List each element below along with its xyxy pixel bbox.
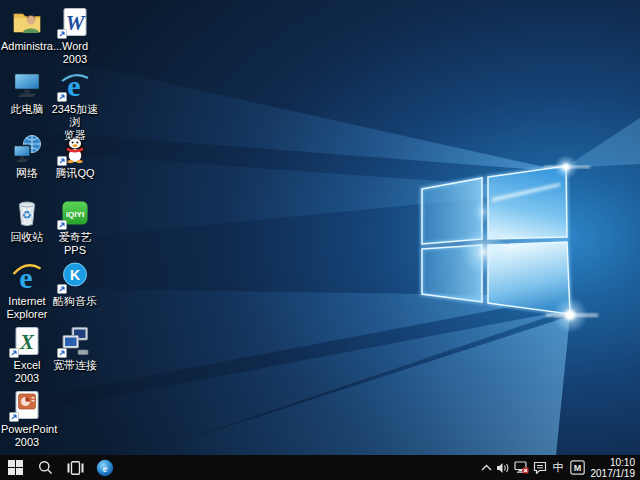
desktop: Administra... W Word 2003 bbox=[0, 0, 640, 455]
speaker-icon bbox=[496, 462, 510, 474]
user-folder-icon bbox=[11, 6, 43, 38]
taskbar-browser-button[interactable]: e bbox=[90, 455, 120, 480]
powerpoint-icon bbox=[11, 389, 43, 421]
ime-badge-icon: M bbox=[570, 460, 585, 475]
svg-text:X: X bbox=[19, 330, 35, 354]
system-tray: 中 M 10:10 2017/1/19 bbox=[479, 455, 640, 480]
desktop-icon-label: Internet Explorer bbox=[7, 295, 48, 321]
chevron-up-icon bbox=[481, 464, 492, 471]
start-button[interactable] bbox=[0, 455, 30, 480]
desktop-icon-excel-2003[interactable]: X Excel 2003 bbox=[3, 325, 51, 385]
desktop-icon-powerpoint-2003[interactable]: PowerPoint 2003 bbox=[3, 389, 51, 449]
browser-e-icon: e bbox=[96, 459, 114, 477]
action-center-bubble-icon bbox=[533, 461, 547, 474]
recycle-bin-icon: ♻ bbox=[11, 197, 43, 229]
svg-text:M: M bbox=[573, 463, 581, 473]
desktop-icon-label: Excel 2003 bbox=[3, 359, 51, 385]
shortcut-arrow-icon bbox=[57, 348, 67, 358]
shortcut-arrow-icon bbox=[57, 29, 67, 39]
desktop-icon-iqiyi-pps[interactable]: iQIYI 爱奇艺PPS bbox=[51, 197, 99, 257]
desktop-icon-label: 腾讯QQ bbox=[55, 167, 94, 180]
desktop-icon-this-pc[interactable]: 此电脑 bbox=[3, 69, 51, 116]
network-disconnected-icon bbox=[514, 461, 529, 474]
desktop-icon-label: 爱奇艺PPS bbox=[51, 231, 99, 257]
svg-text:e: e bbox=[67, 69, 80, 101]
desktop-icon-administrator[interactable]: Administra... bbox=[3, 6, 51, 53]
word-icon: W bbox=[59, 6, 91, 38]
windows-logo-icon bbox=[8, 460, 23, 475]
svg-text:♻: ♻ bbox=[22, 209, 32, 221]
kugou-icon: K bbox=[59, 261, 91, 293]
network-icon bbox=[11, 133, 43, 165]
ime-language-button[interactable]: M bbox=[568, 455, 587, 480]
desktop-icon-label: 此电脑 bbox=[11, 103, 44, 116]
shortcut-arrow-icon bbox=[9, 348, 19, 358]
desktop-icon-label: Word 2003 bbox=[51, 40, 99, 66]
action-center-button[interactable] bbox=[531, 455, 549, 480]
desktop-icon-2345-browser[interactable]: e 2345加速浏 览器 bbox=[51, 69, 99, 142]
internet-explorer-icon: e bbox=[11, 261, 43, 293]
desktop-icon-broadband[interactable]: 宽带连接 bbox=[51, 325, 99, 372]
qq-penguin-icon bbox=[59, 133, 91, 165]
broadband-connection-icon bbox=[59, 325, 91, 357]
ime-mode-button[interactable]: 中 bbox=[549, 455, 568, 480]
taskbar-clock[interactable]: 10:10 2017/1/19 bbox=[587, 457, 640, 479]
svg-text:K: K bbox=[70, 267, 80, 283]
excel-icon: X bbox=[11, 325, 43, 357]
svg-text:W: W bbox=[66, 11, 86, 35]
desktop-icon-label: PowerPoint 2003 bbox=[1, 423, 53, 449]
search-icon bbox=[38, 460, 53, 475]
shortcut-arrow-icon bbox=[9, 412, 19, 422]
clock-date: 2017/1/19 bbox=[591, 468, 636, 479]
computer-icon bbox=[11, 69, 43, 101]
task-view-button[interactable] bbox=[60, 455, 90, 480]
shortcut-arrow-icon bbox=[57, 284, 67, 294]
desktop-icon-label: Administra... bbox=[1, 40, 53, 53]
desktop-icon-label: 回收站 bbox=[11, 231, 44, 244]
search-button[interactable] bbox=[30, 455, 60, 480]
svg-text:e: e bbox=[103, 462, 108, 474]
desktop-icon-label: 网络 bbox=[16, 167, 38, 180]
shortcut-arrow-icon bbox=[57, 156, 67, 166]
desktop-icon-label: 酷狗音乐 bbox=[53, 295, 97, 308]
hidden-icons-button[interactable] bbox=[479, 455, 494, 480]
shortcut-arrow-icon bbox=[57, 220, 67, 230]
iqiyi-icon: iQIYI bbox=[59, 197, 91, 229]
volume-button[interactable] bbox=[494, 455, 512, 480]
ime-mode-chinese: 中 bbox=[551, 455, 566, 480]
clock-time: 10:10 bbox=[591, 457, 636, 468]
shortcut-arrow-icon bbox=[57, 92, 67, 102]
desktop-icon-label: 宽带连接 bbox=[53, 359, 97, 372]
desktop-icon-kugou-music[interactable]: K 酷狗音乐 bbox=[51, 261, 99, 308]
network-status-button[interactable] bbox=[512, 455, 531, 480]
task-view-icon bbox=[67, 461, 84, 475]
svg-text:iQIYI: iQIYI bbox=[66, 210, 84, 219]
desktop-icon-word-2003[interactable]: W Word 2003 bbox=[51, 6, 99, 66]
desktop-icon-network[interactable]: 网络 bbox=[3, 133, 51, 180]
desktop-icon-internet-explorer[interactable]: e Internet Explorer bbox=[3, 261, 51, 321]
desktop-icon-tencent-qq[interactable]: 腾讯QQ bbox=[51, 133, 99, 180]
taskbar: e bbox=[0, 455, 640, 480]
desktop-icon-recycle-bin[interactable]: ♻ 回收站 bbox=[3, 197, 51, 244]
browser-e-icon: e bbox=[59, 69, 91, 101]
